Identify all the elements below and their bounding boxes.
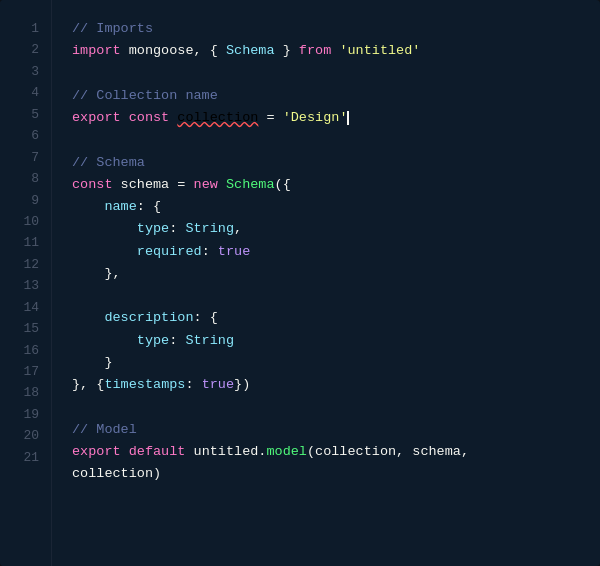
- code-line-7: // Schema: [72, 152, 584, 174]
- code-line-6: [72, 129, 584, 151]
- code-line-1: // Imports: [72, 18, 584, 40]
- code-line-18: [72, 397, 584, 419]
- code-line-10: type: String,: [72, 218, 584, 240]
- code-line-8: const schema = new Schema({: [72, 174, 584, 196]
- code-line-15: type: String: [72, 330, 584, 352]
- code-line-14: description: {: [72, 307, 584, 329]
- line-numbers: 1 2 3 4 5 6 7 8 9 10 11 12 13 14 15 16 1…: [0, 0, 52, 566]
- code-line-16: }: [72, 352, 584, 374]
- code-line-20: export default untitled.model(collection…: [72, 441, 584, 463]
- code-line-5: export const collection = 'Design': [72, 107, 584, 129]
- code-line-17: }, {timestamps: true}): [72, 374, 584, 396]
- code-line-12: },: [72, 263, 584, 285]
- code-line-11: required: true: [72, 241, 584, 263]
- code-line-2: import mongoose, { Schema } from 'untitl…: [72, 40, 584, 62]
- code-line-19: // Model: [72, 419, 584, 441]
- code-line-4: // Collection name: [72, 85, 584, 107]
- code-content[interactable]: // Imports import mongoose, { Schema } f…: [52, 0, 600, 566]
- code-line-21: collection): [72, 463, 584, 485]
- code-line-13: [72, 285, 584, 307]
- code-line-3: [72, 63, 584, 85]
- code-editor: 1 2 3 4 5 6 7 8 9 10 11 12 13 14 15 16 1…: [0, 0, 600, 566]
- code-line-9: name: {: [72, 196, 584, 218]
